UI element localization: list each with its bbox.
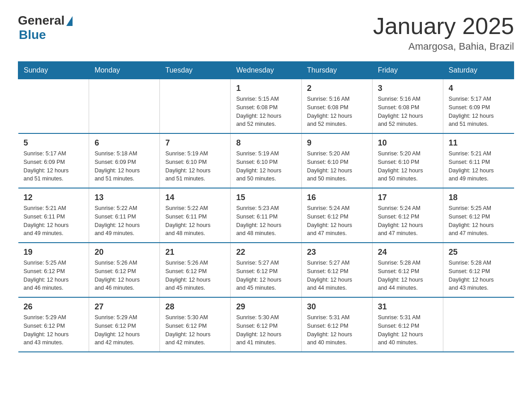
calendar-cell: 9Sunrise: 5:20 AM Sunset: 6:10 PM Daylig… bbox=[301, 133, 372, 188]
calendar-subtitle: Amargosa, Bahia, Brazil bbox=[373, 41, 514, 52]
day-info: Sunrise: 5:30 AM Sunset: 6:12 PM Dayligh… bbox=[165, 313, 225, 347]
day-number: 21 bbox=[165, 248, 225, 257]
calendar-cell: 26Sunrise: 5:29 AM Sunset: 6:12 PM Dayli… bbox=[18, 297, 89, 352]
day-number: 29 bbox=[236, 302, 296, 312]
calendar-week-row: 26Sunrise: 5:29 AM Sunset: 6:12 PM Dayli… bbox=[18, 297, 514, 352]
calendar-cell bbox=[18, 79, 89, 134]
day-number: 26 bbox=[24, 302, 84, 312]
day-number: 20 bbox=[94, 248, 154, 257]
day-info: Sunrise: 5:27 AM Sunset: 6:12 PM Dayligh… bbox=[307, 259, 367, 292]
logo-blue-text: Blue bbox=[19, 28, 73, 42]
header-day-sunday: Sunday bbox=[18, 62, 89, 79]
calendar-cell: 15Sunrise: 5:23 AM Sunset: 6:11 PM Dayli… bbox=[231, 188, 301, 243]
calendar-cell: 3Sunrise: 5:16 AM Sunset: 6:08 PM Daylig… bbox=[372, 79, 443, 134]
day-info: Sunrise: 5:28 AM Sunset: 6:12 PM Dayligh… bbox=[378, 259, 438, 292]
day-number: 15 bbox=[236, 193, 296, 202]
calendar-week-row: 19Sunrise: 5:25 AM Sunset: 6:12 PM Dayli… bbox=[18, 243, 514, 297]
day-info: Sunrise: 5:29 AM Sunset: 6:12 PM Dayligh… bbox=[24, 313, 84, 347]
day-number: 22 bbox=[236, 248, 296, 257]
calendar-cell: 29Sunrise: 5:30 AM Sunset: 6:12 PM Dayli… bbox=[231, 297, 301, 352]
day-info: Sunrise: 5:17 AM Sunset: 6:09 PM Dayligh… bbox=[449, 95, 509, 128]
day-number: 8 bbox=[236, 138, 296, 148]
day-info: Sunrise: 5:20 AM Sunset: 6:10 PM Dayligh… bbox=[307, 150, 367, 183]
calendar-cell: 21Sunrise: 5:26 AM Sunset: 6:12 PM Dayli… bbox=[160, 243, 231, 297]
day-number: 12 bbox=[24, 193, 84, 202]
calendar-cell: 18Sunrise: 5:25 AM Sunset: 6:12 PM Dayli… bbox=[443, 188, 514, 243]
header-day-tuesday: Tuesday bbox=[160, 62, 231, 79]
calendar-cell: 24Sunrise: 5:28 AM Sunset: 6:12 PM Dayli… bbox=[372, 243, 443, 297]
calendar-cell: 16Sunrise: 5:24 AM Sunset: 6:12 PM Dayli… bbox=[301, 188, 372, 243]
day-info: Sunrise: 5:22 AM Sunset: 6:11 PM Dayligh… bbox=[165, 204, 225, 238]
day-info: Sunrise: 5:26 AM Sunset: 6:12 PM Dayligh… bbox=[94, 259, 154, 292]
calendar-cell: 17Sunrise: 5:24 AM Sunset: 6:12 PM Dayli… bbox=[372, 188, 443, 243]
day-number: 19 bbox=[24, 248, 84, 257]
day-info: Sunrise: 5:16 AM Sunset: 6:08 PM Dayligh… bbox=[307, 95, 367, 128]
calendar-week-row: 1Sunrise: 5:15 AM Sunset: 6:08 PM Daylig… bbox=[18, 79, 514, 134]
day-info: Sunrise: 5:25 AM Sunset: 6:12 PM Dayligh… bbox=[24, 259, 84, 292]
calendar-cell bbox=[160, 79, 231, 134]
day-number: 1 bbox=[236, 84, 296, 93]
calendar-week-row: 12Sunrise: 5:21 AM Sunset: 6:11 PM Dayli… bbox=[18, 188, 514, 243]
calendar-cell: 8Sunrise: 5:19 AM Sunset: 6:10 PM Daylig… bbox=[231, 133, 301, 188]
day-info: Sunrise: 5:17 AM Sunset: 6:09 PM Dayligh… bbox=[24, 150, 84, 183]
day-number: 16 bbox=[307, 193, 367, 202]
calendar-cell: 28Sunrise: 5:30 AM Sunset: 6:12 PM Dayli… bbox=[160, 297, 231, 352]
header-day-thursday: Thursday bbox=[301, 62, 372, 79]
day-info: Sunrise: 5:15 AM Sunset: 6:08 PM Dayligh… bbox=[236, 95, 296, 128]
day-info: Sunrise: 5:28 AM Sunset: 6:12 PM Dayligh… bbox=[449, 259, 509, 292]
calendar-cell: 11Sunrise: 5:21 AM Sunset: 6:11 PM Dayli… bbox=[443, 133, 514, 188]
calendar-week-row: 5Sunrise: 5:17 AM Sunset: 6:09 PM Daylig… bbox=[18, 133, 514, 188]
day-info: Sunrise: 5:31 AM Sunset: 6:12 PM Dayligh… bbox=[307, 313, 367, 347]
calendar-header-row: SundayMondayTuesdayWednesdayThursdayFrid… bbox=[18, 62, 514, 79]
day-number: 7 bbox=[165, 138, 225, 148]
calendar-cell: 4Sunrise: 5:17 AM Sunset: 6:09 PM Daylig… bbox=[443, 79, 514, 134]
day-number: 31 bbox=[378, 302, 438, 312]
day-number: 24 bbox=[378, 248, 438, 257]
day-info: Sunrise: 5:26 AM Sunset: 6:12 PM Dayligh… bbox=[165, 259, 225, 292]
day-number: 27 bbox=[94, 302, 154, 312]
logo: General Blue bbox=[18, 13, 73, 42]
calendar-cell: 19Sunrise: 5:25 AM Sunset: 6:12 PM Dayli… bbox=[18, 243, 89, 297]
day-info: Sunrise: 5:21 AM Sunset: 6:11 PM Dayligh… bbox=[449, 150, 509, 183]
calendar-cell: 22Sunrise: 5:27 AM Sunset: 6:12 PM Dayli… bbox=[231, 243, 301, 297]
logo-general-text: General bbox=[18, 13, 64, 28]
day-info: Sunrise: 5:25 AM Sunset: 6:12 PM Dayligh… bbox=[449, 204, 509, 238]
calendar-cell: 10Sunrise: 5:20 AM Sunset: 6:10 PM Dayli… bbox=[372, 133, 443, 188]
day-info: Sunrise: 5:16 AM Sunset: 6:08 PM Dayligh… bbox=[378, 95, 438, 128]
day-number: 23 bbox=[307, 248, 367, 257]
calendar-cell: 6Sunrise: 5:18 AM Sunset: 6:09 PM Daylig… bbox=[89, 133, 160, 188]
day-number: 10 bbox=[378, 138, 438, 148]
day-number: 28 bbox=[165, 302, 225, 312]
calendar-cell bbox=[89, 79, 160, 134]
calendar-cell: 31Sunrise: 5:31 AM Sunset: 6:12 PM Dayli… bbox=[372, 297, 443, 352]
calendar-cell: 25Sunrise: 5:28 AM Sunset: 6:12 PM Dayli… bbox=[443, 243, 514, 297]
day-number: 2 bbox=[307, 84, 367, 93]
day-info: Sunrise: 5:27 AM Sunset: 6:12 PM Dayligh… bbox=[236, 259, 296, 292]
calendar-cell: 2Sunrise: 5:16 AM Sunset: 6:08 PM Daylig… bbox=[301, 79, 372, 134]
day-number: 5 bbox=[24, 138, 84, 148]
calendar-cell: 12Sunrise: 5:21 AM Sunset: 6:11 PM Dayli… bbox=[18, 188, 89, 243]
calendar-cell: 23Sunrise: 5:27 AM Sunset: 6:12 PM Dayli… bbox=[301, 243, 372, 297]
calendar-cell: 14Sunrise: 5:22 AM Sunset: 6:11 PM Dayli… bbox=[160, 188, 231, 243]
calendar-cell: 13Sunrise: 5:22 AM Sunset: 6:11 PM Dayli… bbox=[89, 188, 160, 243]
day-info: Sunrise: 5:22 AM Sunset: 6:11 PM Dayligh… bbox=[94, 204, 154, 238]
day-info: Sunrise: 5:24 AM Sunset: 6:12 PM Dayligh… bbox=[378, 204, 438, 238]
day-number: 14 bbox=[165, 193, 225, 202]
day-number: 9 bbox=[307, 138, 367, 148]
day-number: 6 bbox=[94, 138, 154, 148]
day-info: Sunrise: 5:20 AM Sunset: 6:10 PM Dayligh… bbox=[378, 150, 438, 183]
day-number: 13 bbox=[94, 193, 154, 202]
calendar-cell bbox=[443, 297, 514, 352]
day-info: Sunrise: 5:18 AM Sunset: 6:09 PM Dayligh… bbox=[94, 150, 154, 183]
day-info: Sunrise: 5:31 AM Sunset: 6:12 PM Dayligh… bbox=[378, 313, 438, 347]
header-day-monday: Monday bbox=[89, 62, 160, 79]
day-number: 17 bbox=[378, 193, 438, 202]
calendar-cell: 5Sunrise: 5:17 AM Sunset: 6:09 PM Daylig… bbox=[18, 133, 89, 188]
calendar-title: January 2025 bbox=[373, 13, 514, 39]
header-day-wednesday: Wednesday bbox=[231, 62, 301, 79]
day-number: 18 bbox=[449, 193, 509, 202]
header-day-saturday: Saturday bbox=[443, 62, 514, 79]
day-number: 3 bbox=[378, 84, 438, 93]
day-info: Sunrise: 5:19 AM Sunset: 6:10 PM Dayligh… bbox=[165, 150, 225, 183]
calendar-cell: 27Sunrise: 5:29 AM Sunset: 6:12 PM Dayli… bbox=[89, 297, 160, 352]
